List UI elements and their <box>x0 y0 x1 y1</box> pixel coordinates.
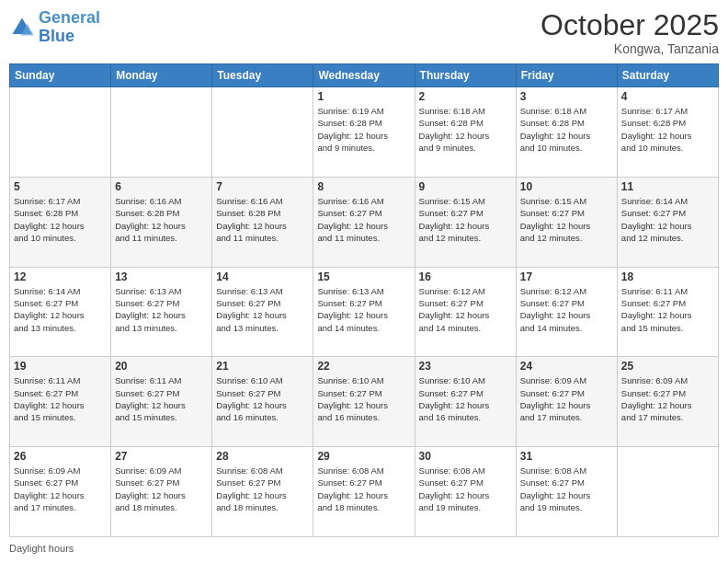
weekday-header-saturday: Saturday <box>617 64 718 87</box>
day-info: Sunrise: 6:18 AM Sunset: 6:28 PM Dayligh… <box>520 105 613 154</box>
logo: General Blue <box>9 9 100 46</box>
day-number: 15 <box>317 270 410 283</box>
day-cell: 25Sunrise: 6:09 AM Sunset: 6:27 PM Dayli… <box>617 357 718 447</box>
day-info: Sunrise: 6:16 AM Sunset: 6:28 PM Dayligh… <box>216 195 309 244</box>
day-info: Sunrise: 6:11 AM Sunset: 6:27 PM Dayligh… <box>621 285 714 334</box>
day-cell: 21Sunrise: 6:10 AM Sunset: 6:27 PM Dayli… <box>212 357 313 447</box>
day-number: 11 <box>621 180 714 193</box>
daylight-label: Daylight hours <box>9 543 74 554</box>
day-info: Sunrise: 6:08 AM Sunset: 6:27 PM Dayligh… <box>419 465 512 513</box>
day-info: Sunrise: 6:09 AM Sunset: 6:27 PM Dayligh… <box>520 374 613 423</box>
day-number: 12 <box>14 270 107 283</box>
week-row-1: 1Sunrise: 6:19 AM Sunset: 6:28 PM Daylig… <box>10 87 719 178</box>
day-number: 28 <box>216 450 309 463</box>
day-info: Sunrise: 6:16 AM Sunset: 6:27 PM Dayligh… <box>317 195 410 244</box>
day-info: Sunrise: 6:12 AM Sunset: 6:27 PM Dayligh… <box>419 285 512 334</box>
calendar: SundayMondayTuesdayWednesdayThursdayFrid… <box>9 63 719 537</box>
day-cell: 18Sunrise: 6:11 AM Sunset: 6:27 PM Dayli… <box>617 267 718 357</box>
day-number: 20 <box>115 360 208 373</box>
day-cell: 14Sunrise: 6:13 AM Sunset: 6:27 PM Dayli… <box>212 267 313 357</box>
day-cell: 27Sunrise: 6:09 AM Sunset: 6:27 PM Dayli… <box>111 447 212 537</box>
week-row-4: 19Sunrise: 6:11 AM Sunset: 6:27 PM Dayli… <box>10 357 719 447</box>
day-info: Sunrise: 6:16 AM Sunset: 6:28 PM Dayligh… <box>115 195 208 244</box>
month-title: October 2025 <box>540 9 719 41</box>
day-info: Sunrise: 6:10 AM Sunset: 6:27 PM Dayligh… <box>216 374 309 423</box>
day-cell: 19Sunrise: 6:11 AM Sunset: 6:27 PM Dayli… <box>10 357 111 447</box>
day-info: Sunrise: 6:11 AM Sunset: 6:27 PM Dayligh… <box>14 374 107 423</box>
day-cell: 29Sunrise: 6:08 AM Sunset: 6:27 PM Dayli… <box>313 447 415 537</box>
day-cell: 1Sunrise: 6:19 AM Sunset: 6:28 PM Daylig… <box>313 87 415 178</box>
day-info: Sunrise: 6:08 AM Sunset: 6:27 PM Dayligh… <box>317 465 410 513</box>
day-info: Sunrise: 6:08 AM Sunset: 6:27 PM Dayligh… <box>520 465 613 513</box>
day-number: 30 <box>419 450 512 463</box>
day-cell: 7Sunrise: 6:16 AM Sunset: 6:28 PM Daylig… <box>212 177 313 267</box>
day-number: 6 <box>115 180 208 193</box>
day-info: Sunrise: 6:14 AM Sunset: 6:27 PM Dayligh… <box>14 285 107 334</box>
day-number: 21 <box>216 360 309 373</box>
day-cell: 15Sunrise: 6:13 AM Sunset: 6:27 PM Dayli… <box>313 267 415 357</box>
day-info: Sunrise: 6:13 AM Sunset: 6:27 PM Dayligh… <box>115 285 208 334</box>
week-row-3: 12Sunrise: 6:14 AM Sunset: 6:27 PM Dayli… <box>10 267 719 357</box>
day-cell: 6Sunrise: 6:16 AM Sunset: 6:28 PM Daylig… <box>111 177 212 267</box>
day-info: Sunrise: 6:08 AM Sunset: 6:27 PM Dayligh… <box>216 465 309 513</box>
footer: Daylight hours <box>9 543 719 554</box>
day-number: 8 <box>317 180 410 193</box>
day-cell <box>617 447 718 537</box>
logo-blue: Blue <box>39 27 74 45</box>
weekday-header-sunday: Sunday <box>10 64 111 87</box>
logo-general: General <box>39 8 100 27</box>
day-cell: 11Sunrise: 6:14 AM Sunset: 6:27 PM Dayli… <box>617 177 718 267</box>
weekday-header-thursday: Thursday <box>415 64 516 87</box>
day-cell: 26Sunrise: 6:09 AM Sunset: 6:27 PM Dayli… <box>10 447 111 537</box>
location: Kongwa, Tanzania <box>540 41 719 56</box>
day-number: 3 <box>520 90 613 103</box>
page: General Blue October 2025 Kongwa, Tanzan… <box>0 0 728 563</box>
day-info: Sunrise: 6:15 AM Sunset: 6:27 PM Dayligh… <box>419 195 512 244</box>
day-cell <box>212 87 313 178</box>
day-cell: 31Sunrise: 6:08 AM Sunset: 6:27 PM Dayli… <box>516 447 617 537</box>
day-cell: 24Sunrise: 6:09 AM Sunset: 6:27 PM Dayli… <box>516 357 617 447</box>
day-number: 24 <box>520 360 613 373</box>
day-cell: 12Sunrise: 6:14 AM Sunset: 6:27 PM Dayli… <box>10 267 111 357</box>
day-cell: 28Sunrise: 6:08 AM Sunset: 6:27 PM Dayli… <box>212 447 313 537</box>
day-number: 23 <box>419 360 512 373</box>
day-info: Sunrise: 6:13 AM Sunset: 6:27 PM Dayligh… <box>317 285 410 334</box>
day-number: 7 <box>216 180 309 193</box>
day-number: 1 <box>317 90 410 103</box>
day-number: 18 <box>621 270 714 283</box>
day-cell: 9Sunrise: 6:15 AM Sunset: 6:27 PM Daylig… <box>415 177 516 267</box>
title-block: October 2025 Kongwa, Tanzania <box>540 9 719 56</box>
day-cell: 13Sunrise: 6:13 AM Sunset: 6:27 PM Dayli… <box>111 267 212 357</box>
header: General Blue October 2025 Kongwa, Tanzan… <box>9 9 719 56</box>
weekday-header-friday: Friday <box>516 64 617 87</box>
day-number: 9 <box>419 180 512 193</box>
day-cell: 5Sunrise: 6:17 AM Sunset: 6:28 PM Daylig… <box>10 177 111 267</box>
day-cell: 10Sunrise: 6:15 AM Sunset: 6:27 PM Dayli… <box>516 177 617 267</box>
week-row-2: 5Sunrise: 6:17 AM Sunset: 6:28 PM Daylig… <box>10 177 719 267</box>
day-number: 29 <box>317 450 410 463</box>
logo-icon <box>9 15 35 40</box>
day-number: 31 <box>520 450 613 463</box>
day-cell: 16Sunrise: 6:12 AM Sunset: 6:27 PM Dayli… <box>415 267 516 357</box>
day-number: 22 <box>317 360 410 373</box>
day-number: 16 <box>419 270 512 283</box>
day-info: Sunrise: 6:14 AM Sunset: 6:27 PM Dayligh… <box>621 195 714 244</box>
day-info: Sunrise: 6:17 AM Sunset: 6:28 PM Dayligh… <box>621 105 714 154</box>
day-info: Sunrise: 6:12 AM Sunset: 6:27 PM Dayligh… <box>520 285 613 334</box>
day-number: 2 <box>419 90 512 103</box>
day-info: Sunrise: 6:13 AM Sunset: 6:27 PM Dayligh… <box>216 285 309 334</box>
day-number: 19 <box>14 360 107 373</box>
weekday-header-monday: Monday <box>111 64 212 87</box>
day-cell: 22Sunrise: 6:10 AM Sunset: 6:27 PM Dayli… <box>313 357 415 447</box>
day-number: 14 <box>216 270 309 283</box>
weekday-header-wednesday: Wednesday <box>313 64 415 87</box>
day-number: 25 <box>621 360 714 373</box>
day-number: 27 <box>115 450 208 463</box>
weekday-header-row: SundayMondayTuesdayWednesdayThursdayFrid… <box>10 64 719 87</box>
day-info: Sunrise: 6:10 AM Sunset: 6:27 PM Dayligh… <box>419 374 512 423</box>
day-cell: 2Sunrise: 6:18 AM Sunset: 6:28 PM Daylig… <box>415 87 516 178</box>
day-cell <box>111 87 212 178</box>
day-info: Sunrise: 6:09 AM Sunset: 6:27 PM Dayligh… <box>115 465 208 513</box>
day-cell: 17Sunrise: 6:12 AM Sunset: 6:27 PM Dayli… <box>516 267 617 357</box>
day-info: Sunrise: 6:11 AM Sunset: 6:27 PM Dayligh… <box>115 374 208 423</box>
